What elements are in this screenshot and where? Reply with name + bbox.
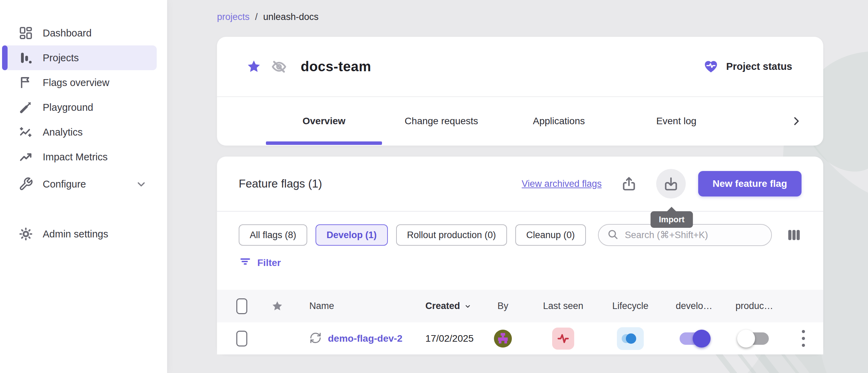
chip-all-flags[interactable]: All flags (8) xyxy=(239,224,307,246)
tab-applications[interactable]: Applications xyxy=(500,97,618,145)
last-seen-activity-icon xyxy=(552,328,574,350)
sidebar-spacer xyxy=(0,196,167,222)
trending-up-icon xyxy=(18,149,34,165)
flags-toolbar: All flags (8) Develop (1) Rollout produc… xyxy=(217,212,823,246)
search-icon xyxy=(607,228,619,242)
sidebar-item-projects[interactable]: Projects xyxy=(2,45,157,70)
sidebar-item-configure[interactable]: Configure xyxy=(0,172,167,196)
breadcrumb: projects / unleash-docs xyxy=(217,12,319,22)
avatar xyxy=(494,330,512,348)
wand-icon xyxy=(18,99,34,115)
sidebar-item-impact-metrics[interactable]: Impact Metrics xyxy=(0,145,167,169)
sidebar-item-dashboard[interactable]: Dashboard xyxy=(0,21,167,45)
import-icon[interactable] xyxy=(656,169,686,199)
project-status-button[interactable]: Project status xyxy=(703,58,792,76)
new-feature-flag-button[interactable]: New feature flag xyxy=(698,171,802,196)
export-icon[interactable] xyxy=(614,169,644,199)
column-header-development: develo… xyxy=(676,301,713,311)
select-all-checkbox[interactable] xyxy=(236,298,247,314)
sidebar-item-label: Impact Metrics xyxy=(43,151,108,163)
sidebar-item-label: Analytics xyxy=(43,127,83,138)
sidebar-item-flags-overview[interactable]: Flags overview xyxy=(0,70,167,95)
table-row[interactable]: demo-flag-dev-2 17/02/2025 xyxy=(217,322,823,354)
table-header: Name Created By Last seen Lifecycle deve… xyxy=(217,290,823,322)
view-archived-flags-link[interactable]: View archived flags xyxy=(522,179,602,189)
gear-icon xyxy=(18,226,34,242)
columns-icon[interactable] xyxy=(786,227,802,243)
favorite-column-star-icon[interactable] xyxy=(271,300,283,312)
column-header-name[interactable]: Name xyxy=(293,301,410,311)
row-menu-kebab-icon[interactable] xyxy=(798,327,808,350)
eye-off-icon[interactable] xyxy=(271,59,287,75)
wrench-icon xyxy=(18,176,34,192)
project-tabs: Overview Change requests Applications Ev… xyxy=(217,97,823,145)
sidebar: Dashboard Projects Flags overview Playgr… xyxy=(0,0,167,373)
filter-icon xyxy=(239,255,252,270)
project-title: docs-team xyxy=(301,59,371,74)
dashboard-icon xyxy=(18,25,34,41)
import-tooltip: Import xyxy=(651,211,693,228)
flag-created-date: 17/02/2025 xyxy=(410,333,477,344)
projects-icon xyxy=(18,50,34,66)
lifecycle-pre-live-icon[interactable] xyxy=(617,327,644,350)
sidebar-item-admin-settings[interactable]: Admin settings xyxy=(0,222,167,246)
column-header-last-seen: Last seen xyxy=(543,301,583,311)
tab-overview[interactable]: Overview xyxy=(265,97,383,145)
breadcrumb-current: unleash-docs xyxy=(263,12,319,22)
project-header-card: docs-team Project status Overview Change… xyxy=(217,37,823,146)
chevron-down-icon xyxy=(135,178,147,190)
column-header-by: By xyxy=(497,301,508,311)
chip-develop[interactable]: Develop (1) xyxy=(316,224,388,246)
analytics-icon xyxy=(18,124,34,140)
column-header-production: produc… xyxy=(735,301,773,311)
app-root: Dashboard Projects Flags overview Playgr… xyxy=(0,0,868,373)
sort-chevron-down-icon xyxy=(464,302,472,310)
sidebar-item-label: Dashboard xyxy=(43,28,92,39)
project-header: docs-team Project status xyxy=(217,37,823,97)
sidebar-item-label: Admin settings xyxy=(43,228,108,240)
sidebar-item-label: Flags overview xyxy=(43,77,109,88)
tabs-overflow-chevron-right-icon[interactable] xyxy=(790,97,803,145)
tab-change-requests[interactable]: Change requests xyxy=(383,97,500,145)
development-toggle[interactable] xyxy=(678,330,711,348)
sidebar-item-label: Playground xyxy=(43,102,93,113)
sidebar-item-label: Projects xyxy=(43,52,79,64)
row-checkbox[interactable] xyxy=(236,331,247,347)
search-input[interactable] xyxy=(625,230,763,241)
heart-pulse-icon xyxy=(703,58,719,76)
sidebar-item-playground[interactable]: Playground xyxy=(0,95,167,120)
column-header-created[interactable]: Created xyxy=(410,301,477,311)
sidebar-item-label: Configure xyxy=(43,179,86,190)
breadcrumb-separator: / xyxy=(255,12,258,22)
column-header-lifecycle: Lifecycle xyxy=(612,301,648,311)
feature-flags-header: Feature flags (1) View archived flags Ne… xyxy=(217,157,823,212)
flag-name-link[interactable]: demo-flag-dev-2 xyxy=(328,333,402,344)
favorite-star-icon[interactable] xyxy=(246,59,261,74)
tab-event-log[interactable]: Event log xyxy=(618,97,735,145)
filter-label: Filter xyxy=(257,257,281,268)
feature-flags-title: Feature flags (1) xyxy=(239,177,322,190)
flag-icon xyxy=(18,75,34,90)
flag-sync-icon xyxy=(309,332,322,345)
breadcrumb-link-projects[interactable]: projects xyxy=(217,12,250,22)
import-tooltip-label: Import xyxy=(659,215,685,224)
sidebar-item-analytics[interactable]: Analytics xyxy=(0,120,167,145)
chip-rollout-production[interactable]: Rollout production (0) xyxy=(396,224,507,246)
feature-flags-card: Feature flags (1) View archived flags Ne… xyxy=(217,157,823,354)
production-toggle[interactable] xyxy=(738,330,771,348)
chip-cleanup[interactable]: Cleanup (0) xyxy=(515,224,586,246)
created-sort-label: Created xyxy=(425,301,460,311)
filter-row: Filter xyxy=(239,255,823,270)
filter-button[interactable]: Filter xyxy=(239,255,281,270)
project-status-label: Project status xyxy=(726,61,792,72)
